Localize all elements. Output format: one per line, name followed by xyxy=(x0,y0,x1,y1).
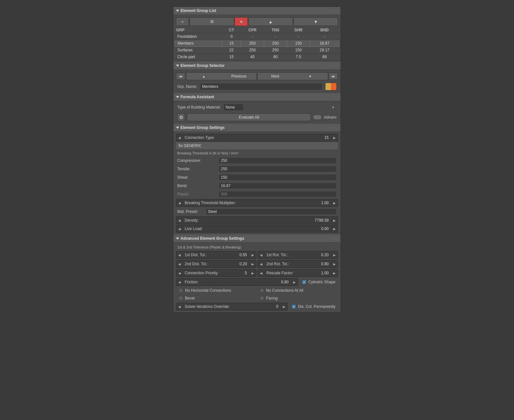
collapse-advanced-icon[interactable] xyxy=(176,237,179,240)
bend-input[interactable] xyxy=(219,183,337,189)
rf-left[interactable]: ◀ xyxy=(258,270,264,276)
advanced-toggle-row: Advanc xyxy=(313,115,337,120)
connection-type-label: Connection Type: xyxy=(183,134,322,141)
col-header-tns: TNS xyxy=(264,27,287,33)
collapse-selector-icon[interactable] xyxy=(176,65,179,67)
bevel-label: Bevel xyxy=(185,296,195,300)
live-load-slider[interactable]: ◀ Live Load: 0.00 ▶ xyxy=(176,225,338,233)
building-material-label: Type of Building Material: xyxy=(177,105,221,110)
compressive-input[interactable] xyxy=(219,157,337,164)
cp-left[interactable]: ◀ xyxy=(176,270,183,276)
first-dist-tol-slider[interactable]: ◀ 1st Dist. Tol.: 0.55 ▶ xyxy=(176,251,256,259)
fr-left[interactable]: ◀ xyxy=(176,279,183,285)
table-row[interactable]: Circle part1540807.568 xyxy=(175,54,339,60)
mult-right-arrow[interactable]: ▶ xyxy=(331,200,338,206)
frt-right[interactable]: ▶ xyxy=(331,252,338,258)
rescale-factor-slider[interactable]: ◀ Rescale Factor: 1.00 ▶ xyxy=(258,269,338,277)
element-group-list-header: Element Group List ··· xyxy=(173,7,341,15)
first-dist-tol-label: 1st Dist. Tol.: xyxy=(183,251,237,258)
color-swatch[interactable] xyxy=(325,83,337,90)
col-header-cpr: CPR xyxy=(241,27,264,33)
move-down-button[interactable]: ▼ xyxy=(293,17,338,26)
next-button[interactable]: Next ▼ xyxy=(257,72,328,80)
collapse-formula-icon[interactable] xyxy=(176,96,179,98)
facing-checkbox[interactable] xyxy=(260,296,264,300)
no-connections-at-all-checkbox[interactable] xyxy=(260,288,264,293)
tensile-input[interactable] xyxy=(219,166,337,172)
grp-name-input[interactable] xyxy=(200,83,323,90)
bevel-row: Bevel xyxy=(176,295,257,301)
srt-left[interactable]: ◀ xyxy=(258,261,264,267)
table-row[interactable]: Members1525025015016.67 xyxy=(175,40,339,47)
connection-priority-value: 5 xyxy=(242,269,250,277)
formula-icon[interactable]: ⚙ xyxy=(177,113,185,121)
frt-left[interactable]: ◀ xyxy=(258,252,264,258)
last-button[interactable]: ⏭ xyxy=(329,73,338,80)
friction-label: Friction: xyxy=(183,278,279,286)
element-group-selector-title: Element Group Selector xyxy=(176,63,225,68)
first-rot-tol-slider[interactable]: ◀ 1st Rot. Tol.: 0.20 ▶ xyxy=(258,251,338,259)
live-load-right-arrow[interactable]: ▶ xyxy=(331,226,338,232)
collapse-settings-icon[interactable] xyxy=(176,127,179,129)
element-group-selector-header: Element Group Selector ··· xyxy=(173,62,341,70)
sdt-right[interactable]: ▶ xyxy=(250,261,256,267)
rf-right[interactable]: ▶ xyxy=(331,270,338,276)
density-slider[interactable]: ◀ Density: 7798.59 ▶ xyxy=(176,216,338,224)
live-load-left-arrow[interactable]: ◀ xyxy=(176,226,183,232)
cylindric-shape-checkbox[interactable] xyxy=(302,280,306,284)
fdt-left[interactable]: ◀ xyxy=(176,252,183,258)
conn-type-left-arrow[interactable]: ◀ xyxy=(176,135,183,141)
element-group-settings-title: Element Group Settings xyxy=(176,125,225,130)
first-button[interactable]: ⏮ xyxy=(176,73,185,80)
mat-preset-row: Mat. Preset: xyxy=(175,207,339,216)
element-group-selector-body: ⏮ ▲ Previous Next ▼ ⏭ Grp. Name: xyxy=(173,70,341,93)
second-rot-tol-slider[interactable]: ◀ 2nd Rot. Tol.: 0.80 ▶ xyxy=(258,260,338,268)
delete-group-button[interactable]: ✕ xyxy=(235,17,248,26)
si-right[interactable]: ▶ xyxy=(281,304,287,310)
tensile-label: Tensile: xyxy=(177,167,216,171)
selector-menu-dots[interactable]: ··· xyxy=(333,63,338,68)
advanced-menu-dots[interactable]: ··· xyxy=(333,236,338,241)
density-right-arrow[interactable]: ▶ xyxy=(331,217,338,224)
next-arrow-icon: ▼ xyxy=(293,73,328,79)
move-up-button[interactable]: ▲ xyxy=(248,17,293,26)
connection-priority-slider[interactable]: ◀ Connection Priority: 5 ▶ xyxy=(176,269,256,277)
mult-left-arrow[interactable]: ◀ xyxy=(176,200,183,206)
solver-iterations-slider[interactable]: ◀ Solver Iterations Override: 0 ▶ xyxy=(176,303,288,310)
bevel-checkbox[interactable] xyxy=(179,296,183,300)
collapse-icon[interactable] xyxy=(176,10,179,12)
advanced-label: Advanc xyxy=(324,115,337,120)
shear-input[interactable] xyxy=(219,174,337,181)
add-group-button[interactable]: + xyxy=(176,17,189,26)
fdt-right[interactable]: ▶ xyxy=(250,252,256,258)
conn-type-right-arrow[interactable]: ▶ xyxy=(331,135,338,141)
evaluate-all-button[interactable]: Evaluate All xyxy=(187,113,311,121)
second-dist-tol-slider[interactable]: ◀ 2nd Dist. Tol.: 0.20 ▶ xyxy=(176,260,256,268)
first-dist-tol-value: 0.55 xyxy=(237,251,250,258)
srt-right[interactable]: ▶ xyxy=(331,261,338,267)
cp-right[interactable]: ▶ xyxy=(250,270,256,276)
table-row[interactable]: Surfaces2225025015029.17 xyxy=(175,47,339,54)
formula-menu-dots[interactable]: ··· xyxy=(333,94,338,100)
plastic-input[interactable] xyxy=(219,191,337,197)
section-menu-dots[interactable]: ··· xyxy=(333,8,338,13)
table-row[interactable]: Foundation0---- xyxy=(175,33,339,40)
copy-group-button[interactable]: ⧉ xyxy=(190,17,234,26)
dis-col-permanently-checkbox[interactable] xyxy=(292,304,296,309)
connection-type-slider[interactable]: ◀ Connection Type: 15 ▶ xyxy=(176,134,338,142)
settings-menu-dots[interactable]: ··· xyxy=(333,125,338,130)
no-horizontal-connections-checkbox[interactable] xyxy=(179,288,183,293)
building-material-select[interactable]: None Steel Concrete Wood xyxy=(223,104,244,111)
density-left-arrow[interactable]: ◀ xyxy=(176,217,183,224)
friction-slider[interactable]: ◀ Friction: 0.80 ▶ xyxy=(176,278,298,286)
plastic-label: Plastic: xyxy=(177,192,216,196)
si-left[interactable]: ◀ xyxy=(176,304,183,310)
previous-button[interactable]: ▲ Previous xyxy=(186,72,257,80)
facing-row: Facing xyxy=(257,295,338,301)
sdt-left[interactable]: ◀ xyxy=(176,261,183,267)
priority-rescale-row: ◀ Connection Priority: 5 ▶ ◀ Rescale Fac… xyxy=(175,268,339,278)
advanced-toggle[interactable] xyxy=(313,115,322,120)
fr-right[interactable]: ▶ xyxy=(291,279,298,285)
mat-preset-input[interactable] xyxy=(206,208,337,215)
breaking-multiplier-slider[interactable]: ◀ Breaking Threshold Multiplier: 1.00 ▶ xyxy=(176,199,338,207)
